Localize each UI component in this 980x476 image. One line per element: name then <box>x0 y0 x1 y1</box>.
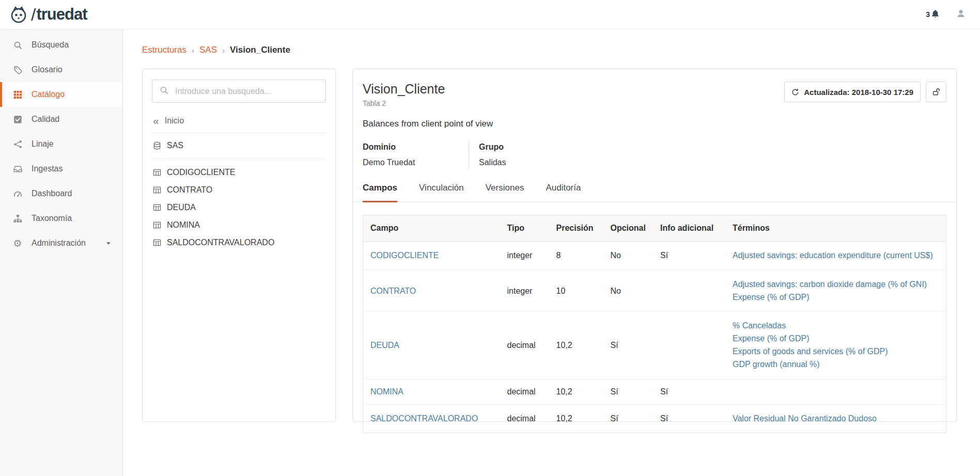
structure-description: Balances from client point of view <box>353 119 956 129</box>
refresh-icon <box>791 88 799 96</box>
field-precision: 10 <box>549 270 603 312</box>
table-list-item[interactable]: CONTRATO <box>152 181 326 199</box>
field-terms: Adjusted savings: carbon dioxide damage … <box>725 270 946 312</box>
cards-row: « Inicio SAS CODIGOCLIENTECONTRATODEUDAN… <box>142 69 957 422</box>
field-precision: 10,2 <box>549 379 603 404</box>
refresh-button[interactable]: Actualizada: 2018-10-30 17:29 <box>784 82 921 102</box>
breadcrumb-item[interactable]: SAS <box>199 45 217 55</box>
system-name: SAS <box>167 141 183 150</box>
app-logo[interactable]: / truedat <box>8 4 87 25</box>
tab-vinculacion[interactable]: Vinculación <box>419 183 464 202</box>
domain-block: Dominio Demo Truedat <box>363 142 469 167</box>
tab-auditoria[interactable]: Auditoría <box>546 183 581 202</box>
field-additional-info: Sí <box>653 404 725 433</box>
term-link[interactable]: GDP growth (annual %) <box>733 358 939 371</box>
breadcrumb-separator: › <box>222 46 225 55</box>
breadcrumb-item: Vision_Cliente <box>230 45 290 55</box>
table-icon <box>153 168 161 177</box>
term-link[interactable]: Adjusted savings: education expenditure … <box>733 249 939 262</box>
column-header: Tipo <box>500 215 549 242</box>
field-additional-info: Sí <box>653 379 725 404</box>
column-header: Campo <box>363 215 500 242</box>
sidebar-item-taxonomia[interactable]: Taxonomía <box>0 206 122 231</box>
tab-versiones[interactable]: Versiones <box>486 183 524 202</box>
table-name: CONTRATO <box>167 185 212 195</box>
home-link[interactable]: « Inicio <box>152 116 326 133</box>
sidebar-item-label: Administración <box>32 239 86 248</box>
term-link[interactable]: % Canceladas <box>733 320 939 332</box>
sidebar-item-dashboard[interactable]: Dashboard <box>0 181 122 206</box>
term-link[interactable]: Expense (% of GDP) <box>733 332 939 345</box>
table-list-item[interactable]: DEUDA <box>152 199 326 216</box>
structure-search[interactable] <box>152 80 326 103</box>
field-link[interactable]: NOMINA <box>370 387 403 396</box>
detail-meta: Dominio Demo Truedat Grupo Salidas <box>353 142 956 167</box>
lock-button[interactable] <box>926 82 946 102</box>
field-precision: 10,2 <box>549 404 603 433</box>
user-icon <box>956 9 966 20</box>
field-row: NOMINAdecimal10,2SíSí <box>363 379 946 404</box>
term-link[interactable]: Exports of goods and services (% of GDP) <box>733 345 939 358</box>
sidebar-item-calidad[interactable]: Calidad <box>0 107 122 132</box>
tag-icon <box>12 66 23 74</box>
topbar: / truedat 3 <box>0 0 980 29</box>
table-list-item[interactable]: SALDOCONTRAVALORADO <box>152 234 326 251</box>
field-link[interactable]: SALDOCONTRAVALORADO <box>370 414 478 423</box>
field-name-cell: NOMINA <box>363 379 500 404</box>
notifications-button[interactable]: 3 <box>926 9 940 20</box>
user-menu-button[interactable] <box>956 9 966 20</box>
field-precision: 10,2 <box>549 312 603 379</box>
notification-count: 3 <box>926 10 930 19</box>
sidebar-item-catalogo[interactable]: Catálogo <box>0 82 122 107</box>
detail-header: Vision_Cliente Tabla 2 Actualizada: 2018… <box>353 82 956 107</box>
term-link[interactable]: Adjusted savings: carbon dioxide damage … <box>733 278 939 291</box>
table-list: CODIGOCLIENTECONTRATODEUDANOMINASALDOCON… <box>152 164 326 251</box>
field-link[interactable]: DEUDA <box>370 341 399 350</box>
table-icon <box>153 239 161 247</box>
fields-table-wrap: CampoTipoPrecisiónOpcionalInfo adicional… <box>353 215 956 447</box>
domain-value: Demo Truedat <box>363 158 469 167</box>
group-block: Grupo Salidas <box>469 142 506 167</box>
system-item-sas[interactable]: SAS <box>152 133 326 158</box>
sidebar-item-ingestas[interactable]: Ingestas <box>0 156 122 181</box>
sidebar-item-label: Dashboard <box>32 189 72 198</box>
field-optional: Sí <box>603 379 653 404</box>
field-name-cell: DEUDA <box>363 312 500 379</box>
sidebar-item-administracion[interactable]: ⚙Administración <box>0 231 122 256</box>
field-link[interactable]: CODIGOCLIENTE <box>370 251 439 260</box>
sidebar-item-linaje[interactable]: Linaje <box>0 132 122 156</box>
field-precision: 8 <box>549 242 603 271</box>
structure-search-input[interactable] <box>174 86 318 97</box>
field-type: integer <box>500 242 549 271</box>
sidebar-item-label: Catálogo <box>32 90 65 99</box>
breadcrumb-item[interactable]: Estructuras <box>142 45 186 55</box>
table-icon <box>153 221 161 229</box>
search-icon <box>160 86 168 97</box>
column-header: Info adicional <box>653 215 725 242</box>
home-link-label: Inicio <box>165 116 184 125</box>
field-type: decimal <box>500 404 549 433</box>
sidebar-item-label: Linaje <box>32 139 54 149</box>
domain-label: Dominio <box>363 142 469 152</box>
structure-subtitle: Tabla 2 <box>363 99 445 107</box>
sidebar-item-busqueda[interactable]: Búsqueda <box>0 33 122 57</box>
field-name-cell: SALDOCONTRAVALORADO <box>363 404 500 433</box>
sidebar-item-label: Ingestas <box>32 164 63 173</box>
field-terms: Valor Residual No Garantizado Dudoso <box>725 404 946 433</box>
bell-icon <box>931 9 940 20</box>
fields-table: CampoTipoPrecisiónOpcionalInfo adicional… <box>363 215 946 433</box>
table-list-item[interactable]: CODIGOCLIENTE <box>152 164 326 181</box>
term-link[interactable]: Expense (% of GDP) <box>733 291 939 304</box>
table-name: CODIGOCLIENTE <box>167 168 235 177</box>
term-link[interactable]: Valor Residual No Garantizado Dudoso <box>733 412 939 425</box>
sidebar-item-glosario[interactable]: Glosario <box>0 57 122 82</box>
field-type: decimal <box>500 379 549 404</box>
field-optional: No <box>603 242 653 271</box>
table-name: DEUDA <box>167 203 196 212</box>
table-list-item[interactable]: NOMINA <box>152 216 326 234</box>
column-header: Opcional <box>603 215 653 242</box>
field-link[interactable]: CONTRATO <box>370 287 416 295</box>
field-row: CODIGOCLIENTEinteger8NoSíAdjusted saving… <box>363 242 946 271</box>
tab-campos[interactable]: Campos <box>363 183 397 202</box>
field-additional-info <box>653 270 725 312</box>
